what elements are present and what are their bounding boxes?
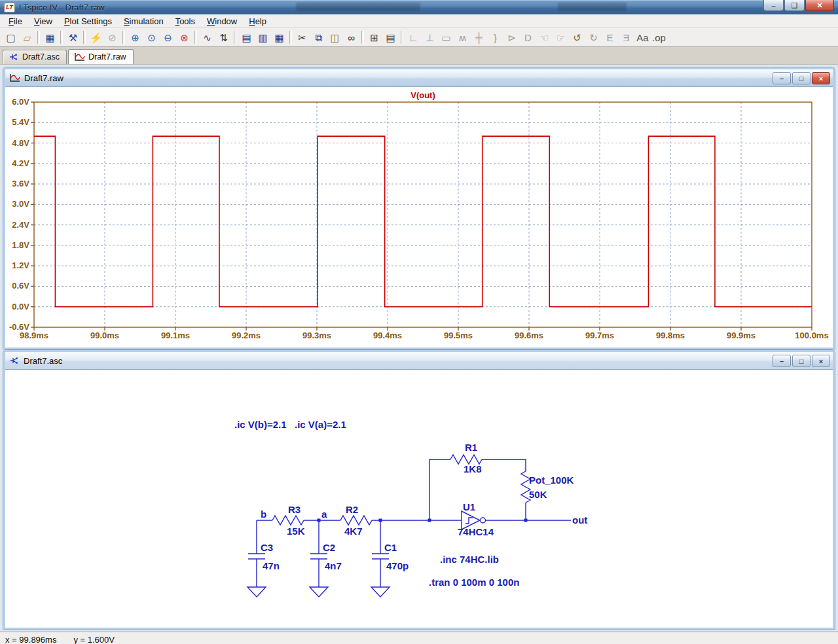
zoom-out-button[interactable]: ⊖	[160, 29, 176, 45]
menu-tools[interactable]: Tools	[170, 16, 201, 27]
net-label-out[interactable]: out	[572, 514, 587, 526]
menu-view[interactable]: View	[28, 16, 58, 27]
run-button[interactable]: ⚡	[88, 29, 104, 45]
component-value[interactable]: 4n7	[325, 560, 342, 571]
print-button[interactable]: ▤	[382, 29, 399, 45]
paste-button[interactable]: ◫	[327, 29, 343, 45]
component-ref[interactable]: R3	[288, 504, 301, 515]
component-value[interactable]: 470p	[386, 560, 409, 571]
place-ground-button[interactable]: ⊥	[422, 29, 438, 45]
spice-directive-inc[interactable]: .inc 74HC.lib	[440, 554, 499, 565]
place-component-button[interactable]: D	[520, 29, 536, 45]
place-resistor-button[interactable]: ʍ	[454, 29, 471, 45]
close-button[interactable]: ✕	[805, 0, 834, 11]
waveform-plot-pane[interactable]: V(out) 98.9ms99.0ms99.1ms99.2ms99.3ms99.…	[5, 87, 833, 348]
move-button[interactable]: ☜	[536, 29, 553, 45]
drag-button[interactable]: ☞	[553, 29, 569, 45]
tile-vertically-button[interactable]: ▥	[255, 29, 271, 45]
waveform-close-button[interactable]: ×	[812, 72, 830, 84]
component-ref[interactable]: C2	[323, 542, 335, 553]
draw-wire-button[interactable]: ∟	[405, 29, 422, 45]
resistor-R1[interactable]: R1 1K8	[450, 442, 482, 474]
place-capacitor-button[interactable]: ╪	[471, 29, 487, 45]
menu-help[interactable]: Help	[243, 16, 272, 27]
waveform-trace[interactable]	[34, 136, 812, 307]
schematic-minimize-button[interactable]: –	[773, 355, 791, 367]
tab-label: Draft7.raw	[88, 52, 126, 62]
open-button[interactable]: ▱	[19, 29, 35, 45]
redo-button[interactable]: ↻	[585, 29, 602, 45]
net-label-b[interactable]: b	[261, 509, 266, 520]
undo-button[interactable]: ↺	[569, 29, 585, 45]
toolbar-separator	[289, 31, 292, 44]
component-ref[interactable]: C3	[261, 542, 273, 553]
mirror-button[interactable]: Ǝ	[618, 29, 634, 45]
find-button[interactable]: ∞	[343, 29, 359, 45]
toolbar-separator	[37, 31, 40, 44]
tile-horizontally-button[interactable]: ▤	[238, 29, 255, 45]
restore-button[interactable]: ❑	[784, 0, 805, 11]
component-ref[interactable]: U1	[463, 501, 475, 512]
waveform-plot[interactable]: V(out) 98.9ms99.0ms99.1ms99.2ms99.3ms99.…	[5, 87, 833, 348]
place-diode-button[interactable]: ⊳	[503, 29, 520, 45]
spice-directive-tran[interactable]: .tran 0 100m 0 100n	[429, 577, 519, 588]
plot-settings-button[interactable]: ⇅	[215, 29, 232, 45]
capacitor-C2[interactable]: C2 4n7	[310, 520, 342, 597]
spice-directive-ic-a[interactable]: .ic V(a)=2.1	[295, 419, 346, 430]
component-value[interactable]: 47n	[263, 560, 280, 571]
plot-title[interactable]: V(out)	[410, 90, 435, 100]
component-ref[interactable]: C1	[384, 542, 397, 553]
place-inductor-button[interactable]: }	[487, 29, 503, 45]
minimize-button[interactable]: –	[763, 0, 784, 11]
schematic-close-button[interactable]: ×	[812, 355, 830, 367]
component-value[interactable]: 15K	[287, 526, 305, 537]
component-ref[interactable]: Pot_100K	[529, 474, 574, 486]
copy-button[interactable]: ⧉	[310, 29, 327, 45]
component-value[interactable]: 50K	[529, 489, 547, 500]
rotate-button[interactable]: E	[602, 29, 618, 45]
inverter-U1[interactable]: U1 74HC14	[458, 501, 494, 537]
schematic-window-title-bar[interactable]: Draft7.asc – □ ×	[5, 352, 833, 370]
status-bar: x = 99.896ms y = 1.600V	[0, 632, 838, 644]
control-panel-button[interactable]: ⚒	[65, 29, 81, 45]
new-schematic-button[interactable]: ▢	[3, 29, 19, 45]
tab-draft7-asc[interactable]: Draft7.asc	[3, 50, 67, 64]
menu-window[interactable]: Window	[201, 16, 243, 27]
schematic-canvas[interactable]: .ic V(b)=2.1 .ic V(a)=2.1 .inc 74HC.lib …	[5, 370, 833, 628]
print-preview-button[interactable]: ⊞	[366, 29, 382, 45]
save-button[interactable]: ▦	[42, 29, 58, 45]
halt-button[interactable]: ⊘	[104, 29, 120, 45]
waveform-minimize-button[interactable]: –	[773, 72, 791, 84]
cut-button[interactable]: ✂	[294, 29, 310, 45]
waveform-maximize-button[interactable]: □	[792, 72, 811, 84]
spice-directive-button[interactable]: .op	[651, 29, 667, 45]
autorange-y-axis-button[interactable]: ∿	[199, 29, 215, 45]
schematic-icon	[9, 52, 19, 62]
capacitor-C3[interactable]: C3 47n	[247, 520, 280, 597]
x-axis-tick-label: 100.0ms	[795, 331, 828, 340]
component-value[interactable]: 1K8	[464, 463, 482, 474]
potentiometer-pot100k[interactable]: Pot_100K 50K	[521, 471, 574, 503]
net-label-a[interactable]: a	[321, 509, 327, 520]
menu-file[interactable]: File	[3, 16, 28, 27]
component-value[interactable]: 4K7	[344, 526, 363, 537]
zoom-extents-button[interactable]: ⊗	[176, 29, 192, 45]
add-text-button[interactable]: Aa	[634, 29, 651, 45]
cascade-windows-button[interactable]: ▦	[271, 29, 287, 45]
menu-plot-settings[interactable]: Plot Settings	[58, 16, 118, 27]
schematic-maximize-button[interactable]: □	[792, 355, 811, 367]
resistor-R3[interactable]: R3 15K	[272, 504, 305, 537]
main-title-bar[interactable]: LT LTspice IV - Draft7.raw – ❑ ✕	[0, 0, 838, 14]
component-ref[interactable]: R1	[465, 442, 477, 453]
component-ref[interactable]: R2	[346, 504, 358, 515]
label-net-button[interactable]: ▭	[438, 29, 454, 45]
tab-draft7-raw[interactable]: Draft7.raw	[68, 49, 134, 64]
resistor-R2[interactable]: R2 4K7	[340, 504, 372, 537]
capacitor-C1[interactable]: C1 470p	[371, 520, 409, 597]
zoom-back-button[interactable]: ⊙	[143, 29, 160, 45]
waveform-window-title-bar[interactable]: Draft7.raw – □ ×	[5, 69, 833, 87]
zoom-area-button[interactable]: ⊕	[127, 29, 143, 45]
spice-directive-ic-b[interactable]: .ic V(b)=2.1	[234, 419, 287, 430]
menu-simulation[interactable]: Simulation	[118, 16, 170, 27]
component-value[interactable]: 74HC14	[458, 526, 494, 537]
